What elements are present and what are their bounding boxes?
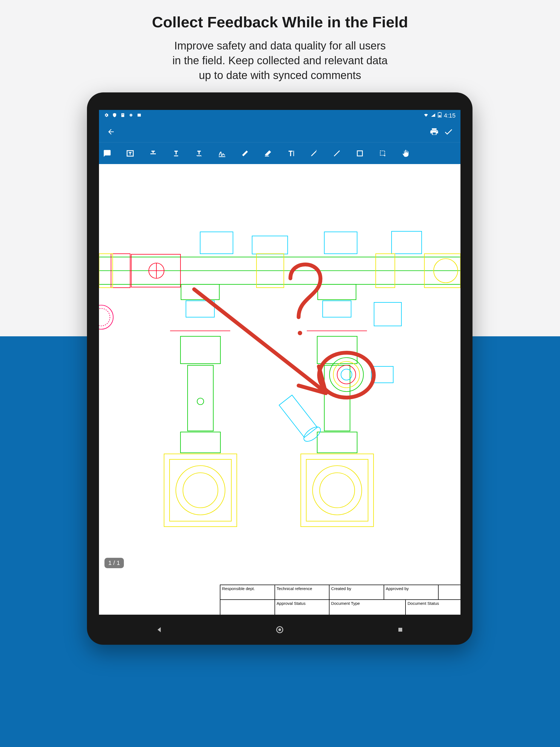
status-bar: 4:15	[99, 110, 460, 121]
svg-point-42	[197, 398, 204, 405]
wifi-icon	[424, 112, 429, 119]
comment-tool[interactable]	[102, 148, 113, 159]
svg-point-64	[319, 353, 374, 397]
svg-rect-67	[399, 628, 402, 632]
svg-rect-33	[318, 284, 356, 300]
textbox-tool[interactable]	[125, 148, 136, 159]
eraser-tool[interactable]	[262, 148, 274, 159]
highlight-tool[interactable]	[239, 148, 251, 159]
circle-icon	[128, 112, 133, 119]
tb-approval-status: Approval Status	[275, 600, 330, 615]
svg-point-66	[278, 628, 281, 631]
nav-home-button[interactable]	[274, 624, 285, 635]
svg-point-2	[130, 114, 133, 117]
signal-icon	[431, 112, 436, 119]
svg-rect-15	[380, 151, 385, 155]
doc-icon	[120, 112, 125, 119]
svg-rect-45	[170, 459, 231, 521]
svg-rect-21	[391, 231, 422, 254]
nav-back-button[interactable]	[154, 624, 164, 635]
svg-rect-52	[306, 459, 368, 521]
svg-point-63	[298, 331, 302, 335]
confirm-button[interactable]	[441, 125, 456, 139]
app-bar	[99, 121, 460, 142]
tb-technical-ref: Technical reference	[275, 585, 330, 600]
svg-line-13	[334, 151, 339, 156]
drawing-canvas[interactable]: 1 / 1 Responsible dept. Technical refere…	[99, 164, 460, 615]
svg-rect-10	[219, 156, 225, 157]
promo-title: Collect Feedback While in the Field	[0, 13, 560, 31]
underline-tool[interactable]	[171, 148, 182, 159]
promo-sub-l1: Improve safety and data quality for all …	[174, 40, 386, 52]
gear-icon	[104, 112, 109, 119]
promo-subtitle: Improve safety and data quality for all …	[0, 38, 560, 83]
svg-rect-19	[252, 236, 288, 254]
promo-sub-l3: up to date with synced comments	[199, 69, 361, 81]
svg-point-59	[337, 365, 356, 384]
svg-rect-12	[294, 151, 294, 156]
svg-rect-62	[374, 302, 401, 326]
rectangle-tool[interactable]	[354, 148, 365, 159]
tb-created-by: Created by	[330, 585, 384, 600]
back-button[interactable]	[104, 125, 118, 139]
svg-rect-51	[301, 454, 374, 526]
svg-point-54	[320, 473, 355, 508]
svg-rect-40	[180, 336, 221, 364]
pen-tool[interactable]	[308, 148, 320, 159]
svg-rect-18	[200, 232, 233, 254]
nav-recent-button[interactable]	[395, 624, 406, 635]
status-left	[104, 112, 142, 119]
svg-point-47	[183, 473, 218, 508]
svg-rect-11	[265, 156, 269, 156]
strikethrough-tool[interactable]	[148, 148, 159, 159]
tablet-frame: 4:15	[87, 93, 473, 645]
page-indicator: 1 / 1	[104, 558, 124, 568]
promo-sub-l2: in the field. Keep collected and relevan…	[172, 54, 387, 67]
android-nav-bar	[99, 615, 460, 645]
svg-point-56	[301, 424, 323, 444]
shield-icon	[112, 112, 117, 119]
svg-rect-9	[174, 155, 178, 156]
svg-rect-20	[324, 232, 357, 254]
card-icon	[137, 112, 142, 119]
svg-rect-5	[439, 112, 440, 113]
battery-icon	[438, 112, 441, 119]
svg-rect-43	[180, 432, 221, 453]
squiggly-tool[interactable]	[194, 148, 205, 159]
title-block: Responsible dept. Technical reference Cr…	[220, 585, 460, 615]
svg-rect-0	[121, 113, 124, 117]
cad-drawing	[99, 164, 460, 615]
pan-tool[interactable]	[400, 148, 411, 159]
svg-rect-1	[122, 114, 124, 114]
svg-rect-3	[137, 114, 141, 117]
status-time: 4:15	[444, 112, 456, 119]
svg-rect-44	[164, 454, 237, 526]
print-button[interactable]	[427, 125, 441, 139]
tb-responsible-dept: Responsible dept.	[221, 585, 275, 600]
svg-rect-14	[357, 151, 362, 156]
tb-document-status: Document Status	[406, 600, 460, 615]
annotation-toolbar	[99, 142, 460, 164]
line-tool[interactable]	[331, 148, 342, 159]
svg-rect-55	[279, 395, 317, 437]
tb-blank-2	[221, 600, 275, 615]
signature-tool[interactable]	[217, 148, 228, 159]
text-tool[interactable]	[285, 148, 297, 159]
tb-blank-1	[439, 585, 460, 600]
svg-rect-8	[150, 153, 156, 154]
svg-rect-6	[439, 115, 441, 117]
tablet-screen: 4:15	[99, 110, 460, 615]
status-right: 4:15	[424, 112, 456, 119]
svg-rect-50	[317, 432, 357, 453]
tb-approved-by: Approved by	[384, 585, 439, 600]
svg-rect-35	[323, 301, 351, 317]
svg-point-38	[99, 305, 113, 329]
tb-document-type: Document Type	[330, 600, 406, 615]
svg-rect-48	[317, 336, 357, 364]
svg-point-39	[99, 308, 110, 326]
select-tool[interactable]	[377, 148, 388, 159]
svg-point-57	[330, 358, 363, 391]
